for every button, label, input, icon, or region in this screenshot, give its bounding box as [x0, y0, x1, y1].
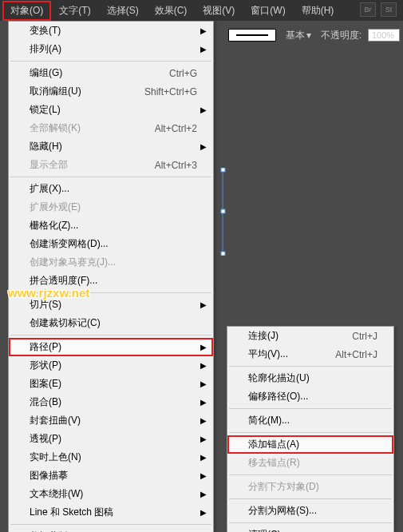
- menu-window[interactable]: 窗口(W): [243, 1, 293, 21]
- menu-item-label: 栅格化(Z)...: [30, 219, 197, 232]
- menu-item-label: 创建渐变网格(D)...: [30, 237, 197, 251]
- object-menu-item[interactable]: 变换(T)▶: [9, 22, 213, 40]
- object-menu-item: 全部解锁(K)Alt+Ctrl+2: [9, 119, 213, 137]
- menu-item-label: 文本绕排(W): [30, 487, 197, 501]
- object-menu-item[interactable]: 取消编组(U)Shift+Ctrl+G: [9, 82, 213, 101]
- menu-item-label: 全部解锁(K): [30, 121, 131, 135]
- style-label: 基本: [286, 29, 305, 42]
- submenu-arrow-icon: ▶: [200, 45, 207, 54]
- menu-item-label: 排列(A): [30, 42, 197, 56]
- opacity-label: 不透明度:: [321, 29, 362, 42]
- object-menu-separator: [10, 61, 211, 62]
- menu-item-label: 添加锚点(A): [248, 438, 377, 451]
- menu-view[interactable]: 视图(V): [195, 1, 243, 21]
- menu-item-label: 透视(P): [30, 432, 197, 446]
- menu-object[interactable]: 对象(O): [2, 1, 51, 21]
- submenu-arrow-icon: ▶: [200, 343, 207, 351]
- object-menu-item[interactable]: 隐藏(H)▶: [9, 137, 213, 156]
- menu-item-label: 编组(G): [30, 66, 145, 80]
- menu-select[interactable]: 选择(S): [99, 1, 147, 21]
- menu-help[interactable]: 帮助(H): [294, 1, 342, 21]
- submenu-arrow-icon: ▶: [200, 398, 207, 407]
- menu-item-label: 创建对象马赛克(J)...: [30, 256, 197, 269]
- menu-item-label: 封套扭曲(V): [30, 414, 197, 427]
- object-menu-item[interactable]: 路径(P)▶: [9, 338, 213, 356]
- object-menu-item[interactable]: 创建渐变网格(D)...: [9, 235, 213, 253]
- object-menu-item: 创建对象马赛克(J)...: [9, 253, 213, 272]
- menu-item-label: 形状(P): [30, 359, 197, 372]
- object-menu-item[interactable]: 文本绕排(W)▶: [9, 485, 213, 503]
- menu-shortcut: Shift+Ctrl+G: [144, 86, 197, 97]
- path-submenu-item[interactable]: 分割为网格(S)...: [227, 502, 393, 520]
- object-menu-item[interactable]: 实时上色(N)▶: [9, 448, 213, 466]
- menu-item-label: 扩展(X)...: [30, 182, 197, 196]
- stock-icon[interactable]: St: [381, 2, 397, 17]
- menu-item-label: 显示全部: [30, 158, 131, 172]
- path-submenu-item: 分割下方对象(D): [227, 478, 393, 496]
- object-menu-item[interactable]: 透视(P)▶: [9, 430, 213, 448]
- menu-item-label: 切片(S): [30, 298, 197, 312]
- menu-item-label: Line 和 Sketch 图稿: [30, 506, 197, 519]
- menu-item-label: 偏移路径(O)...: [248, 390, 377, 403]
- path-submenu-item[interactable]: 简化(M)...: [227, 411, 393, 430]
- bridge-icon[interactable]: Br: [360, 2, 376, 17]
- path-submenu-item[interactable]: 连接(J)Ctrl+J: [227, 327, 393, 345]
- path-submenu-item[interactable]: 平均(V)...Alt+Ctrl+J: [227, 345, 393, 363]
- object-menu-item[interactable]: 锁定(L)▶: [9, 101, 213, 119]
- menu-effect[interactable]: 效果(C): [147, 1, 196, 21]
- path-submenu-item[interactable]: 添加锚点(A): [227, 435, 393, 454]
- chevron-down-icon: ▾: [306, 30, 311, 41]
- opacity-field[interactable]: 100%: [368, 29, 400, 42]
- path-submenu-separator: [229, 522, 392, 523]
- menu-item-label: 图像描摹: [30, 469, 197, 482]
- svg-rect-2: [221, 252, 225, 256]
- object-menu-item[interactable]: 扩展(X)...: [9, 180, 213, 198]
- menu-type[interactable]: 文字(T): [51, 1, 98, 21]
- path-submenu-separator: [229, 498, 392, 499]
- submenu-arrow-icon: ▶: [200, 471, 207, 480]
- path-submenu-separator: [229, 474, 392, 475]
- stroke-style-swatch[interactable]: [228, 29, 276, 42]
- object-menu-item[interactable]: 创建裁切标记(C): [9, 314, 213, 332]
- options-bar: 基本 ▾ 不透明度: 100%: [228, 24, 403, 46]
- path-submenu-item[interactable]: 偏移路径(O)...: [227, 387, 393, 406]
- object-menu-item: 扩展外观(E): [9, 198, 213, 216]
- object-menu-panel: 变换(T)▶排列(A)▶编组(G)Ctrl+G取消编组(U)Shift+Ctrl…: [8, 21, 214, 532]
- menu-item-label: 混合(B): [30, 395, 197, 409]
- menu-shortcut: Alt+Ctrl+3: [155, 160, 197, 171]
- menu-item-label: 连接(J): [248, 329, 328, 343]
- menu-item-label: 路径(P): [30, 340, 197, 354]
- menu-item-label: 隐藏(H): [30, 140, 197, 153]
- path-submenu-separator: [229, 366, 392, 367]
- menu-item-label: 图案(E): [30, 377, 197, 391]
- submenu-arrow-icon: ▶: [200, 26, 207, 35]
- path-submenu-item[interactable]: 轮廓化描边(U): [227, 369, 393, 387]
- menu-item-label: 分割下方对象(D): [248, 480, 377, 494]
- toolbar-right: Br St: [360, 2, 397, 17]
- menu-item-label: 简化(M)...: [248, 414, 377, 427]
- submenu-arrow-icon: ▶: [200, 142, 207, 151]
- object-menu-item[interactable]: 图案(E)▶: [9, 375, 213, 393]
- object-menu-item[interactable]: 形状(P)▶: [9, 356, 213, 375]
- object-menu-item[interactable]: 封套扭曲(V)▶: [9, 411, 213, 430]
- menu-item-label: 创建裁切标记(C): [30, 316, 197, 330]
- object-menu-item[interactable]: 编组(G)Ctrl+G: [9, 64, 213, 82]
- submenu-arrow-icon: ▶: [200, 508, 207, 517]
- object-menu-separator: [10, 524, 211, 525]
- menu-item-label: 轮廓化描边(U): [248, 371, 377, 385]
- object-menu-item[interactable]: Line 和 Sketch 图稿▶: [9, 503, 213, 522]
- object-menu-item[interactable]: 混合(B)▶: [9, 393, 213, 411]
- submenu-arrow-icon: ▶: [200, 435, 207, 443]
- path-submenu-separator: [229, 408, 392, 409]
- object-menu-item[interactable]: 栅格化(Z)...: [9, 216, 213, 235]
- object-menu-item[interactable]: 剪切蒙版(M)▶: [9, 527, 213, 532]
- submenu-arrow-icon: ▶: [200, 300, 207, 309]
- style-dropdown[interactable]: 基本 ▾: [282, 27, 314, 44]
- menubar: 对象(O) 文字(T) 选择(S) 效果(C) 视图(V) 窗口(W) 帮助(H…: [0, 0, 403, 21]
- object-menu-item[interactable]: 排列(A)▶: [9, 40, 213, 58]
- object-menu-item[interactable]: 图像描摹▶: [9, 466, 213, 485]
- submenu-arrow-icon: ▶: [200, 361, 207, 370]
- path-submenu-item[interactable]: 清理(C)...: [227, 526, 393, 532]
- path-submenu-separator: [229, 432, 392, 433]
- menu-item-label: 分割为网格(S)...: [248, 504, 377, 518]
